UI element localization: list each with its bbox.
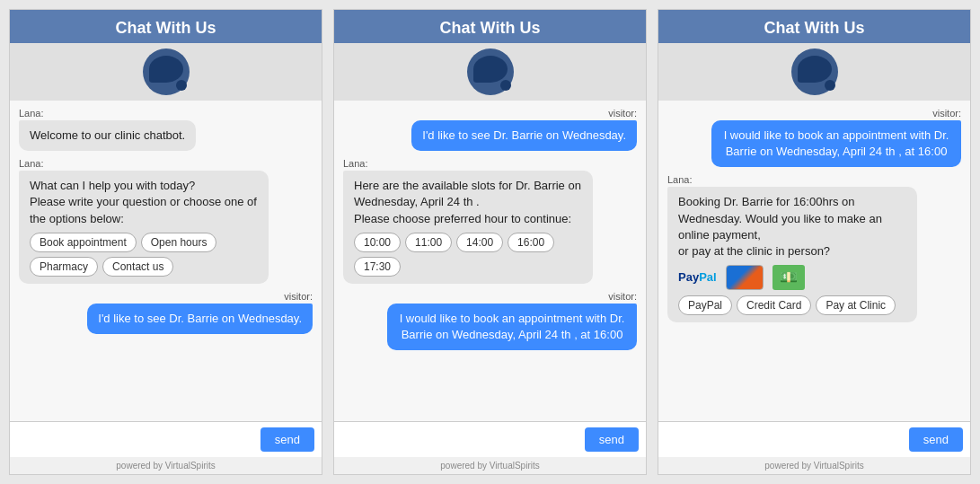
avatar-1	[143, 48, 190, 95]
option-buttons: Book appointment Open hours Pharmacy Con…	[30, 233, 258, 277]
chat-input-area-2: send	[334, 421, 646, 457]
chat-input-2[interactable]	[341, 433, 579, 446]
time-slot-1000[interactable]: 10:00	[354, 233, 401, 252]
chat-widget-2: Chat With Us visitor: I'd like to see Dr…	[333, 9, 647, 475]
payment-buttons: PayPal Credit Card Pay at Clinic	[678, 295, 906, 315]
bubble-lana-welcome: Welcome to our clinic chatbot.	[19, 120, 196, 151]
chat-header-2: Chat With Us	[334, 10, 646, 43]
btn-credit-card[interactable]: Credit Card	[737, 295, 811, 315]
time-slot-1100[interactable]: 11:00	[405, 233, 452, 252]
btn-open-hours[interactable]: Open hours	[141, 233, 217, 252]
avatar-3	[791, 48, 838, 95]
powered-by-2: powered by VirtualSpirits	[334, 457, 646, 474]
avatar-area-1	[10, 43, 322, 101]
chat-messages-1: Lana: Welcome to our clinic chatbot. Lan…	[10, 101, 322, 421]
send-button-1[interactable]: send	[260, 427, 314, 452]
message-row-visitor-3a: visitor: I would like to book an appoint…	[667, 108, 961, 167]
bubble-lana-payment: Booking Dr. Barrie for 16:00hrs on Wedne…	[667, 187, 917, 322]
chat-header-3: Chat With Us	[658, 10, 970, 43]
btn-book-appointment[interactable]: Book appointment	[30, 233, 137, 252]
avatar-tail-3	[825, 80, 835, 91]
powered-by-3: powered by VirtualSpirits	[658, 457, 970, 474]
chat-title-2: Chat With Us	[440, 19, 541, 37]
sender-visitor-3a: visitor:	[932, 108, 961, 119]
avatar-2	[467, 48, 514, 95]
time-slot-1730[interactable]: 17:30	[354, 257, 401, 277]
message-row-visitor-2b: visitor: I would like to book an appoint…	[343, 291, 637, 350]
payment-icons: PayPal 💵	[678, 265, 906, 290]
send-button-2[interactable]: send	[585, 427, 639, 452]
btn-pay-at-clinic[interactable]: Pay at Clinic	[816, 295, 896, 315]
chat-title-3: Chat With Us	[764, 19, 865, 37]
bubble-lana-slots: Here are the available slots for Dr. Bar…	[343, 171, 593, 284]
avatar-tail-2	[500, 80, 511, 91]
sender-visitor-2b: visitor:	[608, 291, 637, 302]
btn-contact-us[interactable]: Contact us	[102, 257, 173, 277]
cash-icon: 💵	[773, 265, 805, 290]
bubble-visitor-2a: I'd like to see Dr. Barrie on Wednesday.	[411, 120, 637, 151]
avatar-bubble-3	[798, 56, 832, 83]
chat-header-1: Chat With Us	[10, 10, 322, 43]
avatar-area-2	[334, 43, 646, 101]
sender-visitor-1: visitor:	[284, 291, 313, 302]
message-row-lana-help: Lana: What can I help you with today?Ple…	[19, 158, 313, 284]
chat-input-area-3: send	[658, 421, 970, 457]
chat-widget-1: Chat With Us Lana: Welcome to our clinic…	[9, 9, 322, 475]
message-row-lana-slots: Lana: Here are the available slots for D…	[343, 158, 637, 284]
credit-card-icon	[726, 265, 764, 290]
sender-visitor-2a: visitor:	[608, 108, 637, 119]
chat-input-area-1: send	[10, 421, 322, 457]
message-row-visitor-1: visitor: I'd like to see Dr. Barrie on W…	[19, 291, 313, 334]
chat-messages-3: visitor: I would like to book an appoint…	[658, 101, 970, 421]
sender-lana-1: Lana:	[19, 108, 313, 119]
chat-input-3[interactable]	[666, 433, 904, 446]
avatar-bubble-2	[473, 56, 508, 83]
powered-by-1: powered by VirtualSpirits	[10, 457, 322, 474]
time-slot-1400[interactable]: 14:00	[456, 233, 503, 252]
time-slot-buttons: 10:00 11:00 14:00 16:00 17:30	[354, 233, 582, 277]
time-slot-1600[interactable]: 16:00	[508, 233, 554, 252]
bubble-visitor-3a: I would like to book an appointment with…	[711, 120, 961, 167]
chat-input-1[interactable]	[17, 433, 255, 446]
sender-lana-payment: Lana:	[667, 174, 961, 185]
chat-widget-3: Chat With Us visitor: I would like to bo…	[658, 9, 971, 475]
avatar-tail-1	[176, 80, 187, 91]
bubble-lana-help: What can I help you with today?Please wr…	[19, 171, 269, 284]
message-row-lana-payment: Lana: Booking Dr. Barrie for 16:00hrs on…	[667, 174, 961, 322]
bubble-visitor-2b: I would like to book an appointment with…	[387, 304, 637, 350]
avatar-bubble-1	[149, 56, 183, 83]
btn-paypal[interactable]: PayPal	[678, 295, 732, 315]
btn-pharmacy[interactable]: Pharmacy	[30, 257, 98, 277]
chat-title-1: Chat With Us	[116, 19, 216, 37]
chat-messages-2: visitor: I'd like to see Dr. Barrie on W…	[334, 101, 646, 421]
bubble-visitor-1: I'd like to see Dr. Barrie on Wednesday.	[87, 304, 313, 334]
message-row-visitor-2a: visitor: I'd like to see Dr. Barrie on W…	[343, 108, 637, 151]
message-row-lana-welcome: Lana: Welcome to our clinic chatbot.	[19, 108, 313, 151]
avatar-area-3	[658, 43, 970, 101]
paypal-logo-icon: PayPal	[678, 269, 717, 286]
send-button-3[interactable]: send	[909, 427, 963, 452]
sender-lana-slots: Lana:	[343, 158, 637, 169]
sender-lana-2: Lana:	[19, 158, 313, 169]
